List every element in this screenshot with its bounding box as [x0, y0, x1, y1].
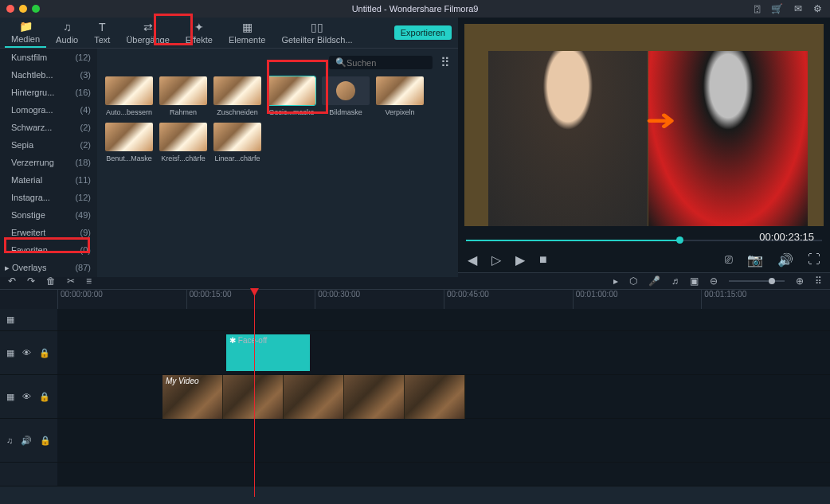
effect-thumb-image — [159, 76, 207, 105]
effect-thumb-label: Kreisf...chärfe — [159, 154, 207, 162]
annotation-arrow: ➜ — [645, 104, 676, 137]
playback-controls: ◀ ▷ ▶ ■ ⎚ 📷 🔊 ⛶ — [458, 247, 830, 272]
sidebar-item-kunstfilm[interactable]: Kunstfilm(12) — [0, 49, 97, 66]
grid-view-icon[interactable]: ⠿ — [440, 55, 450, 70]
mute-icon[interactable]: 🔊 — [21, 436, 32, 446]
sidebar-item-favoriten[interactable]: Favoriten(0) — [0, 241, 97, 259]
redo-button[interactable]: ↷ — [27, 275, 35, 287]
effect-thumb-image — [268, 76, 315, 105]
window-title: Untitled - Wondershare Filmora9 — [352, 4, 479, 14]
effect-thumb-6[interactable]: Benut...Maske — [105, 123, 153, 162]
render-button[interactable]: ▸ — [613, 275, 618, 287]
zoom-in-icon[interactable]: ⊕ — [796, 275, 804, 287]
mic-icon[interactable]: 🎤 — [648, 275, 660, 287]
sidebar-item-nachtleben[interactable]: Nachtleb...(3) — [0, 66, 97, 84]
timecode: 00:00:23:15 — [759, 231, 814, 243]
effect-thumb-4[interactable]: Bildmaske — [322, 76, 370, 116]
sidebar-item-material[interactable]: Material(11) — [0, 171, 97, 189]
scrubber[interactable]: 00:00:23:15 — [466, 232, 822, 247]
tab-split[interactable]: ▯▯Geteilter Bildsch... — [275, 18, 358, 47]
lock-icon[interactable]: 🔒 — [39, 392, 50, 402]
volume-icon[interactable]: 🔊 — [777, 252, 793, 268]
undo-button[interactable]: ↶ — [8, 275, 16, 287]
maximize-btn[interactable] — [32, 5, 40, 13]
clip-video[interactable] — [162, 375, 465, 419]
tab-effekte[interactable]: ✦Effekte — [179, 18, 219, 47]
sidebar-item-erweitert[interactable]: Erweitert(9) — [0, 224, 97, 241]
stop-button[interactable]: ■ — [539, 252, 547, 267]
effect-thumb-5[interactable]: Verpixeln — [376, 76, 424, 116]
track-video[interactable]: ▦👁🔒 My Video — [0, 375, 830, 419]
sidebar-item-instagram[interactable]: Instagra...(12) — [0, 189, 97, 206]
preview-subject-2-blurred — [648, 51, 808, 226]
effect-thumb-1[interactable]: Rahmen — [159, 76, 207, 116]
effect-thumb-0[interactable]: Auto...bessern — [105, 76, 153, 116]
track-effects[interactable]: ▦👁🔒 ✱ Face-off — [0, 331, 830, 375]
video-preview[interactable]: ➜ — [464, 24, 824, 226]
timeline: 00:00:00:00 00:00:15:00 00:00:30:00 00:0… — [0, 290, 830, 486]
tab-audio[interactable]: ♫Audio — [49, 18, 84, 47]
delete-button[interactable]: 🗑 — [46, 275, 56, 287]
search-input-wrap[interactable]: 🔍 — [329, 56, 433, 69]
effects-grid-panel: 🔍 ⠿ Auto...bessernRahmenZuschneidenGesic… — [97, 49, 458, 277]
user-icon[interactable]: ⍰ — [754, 3, 760, 14]
effect-thumb-label: Auto...bessern — [105, 108, 153, 116]
adjust-button[interactable]: ≡ — [86, 275, 92, 287]
track-fx-icon[interactable]: ▦ — [6, 348, 14, 358]
effect-thumb-label: Benut...Maske — [105, 154, 153, 162]
snapshot-icon[interactable]: 📷 — [747, 252, 763, 268]
fullscreen-icon[interactable]: ⛶ — [808, 252, 820, 267]
tab-medien[interactable]: 📁Medien — [5, 18, 46, 48]
zoom-slider[interactable] — [729, 280, 785, 282]
export-button[interactable]: Exportieren — [394, 25, 452, 40]
effect-thumb-label: Verpixeln — [376, 108, 424, 116]
cart-icon[interactable]: 🛒 — [771, 3, 783, 14]
sidebar-item-sepia[interactable]: Sepia(2) — [0, 136, 97, 154]
effect-thumb-3[interactable]: Gesic...maske — [268, 76, 315, 116]
settings-icon[interactable]: ⚙ — [813, 3, 822, 14]
track-vid-icon[interactable]: ▦ — [6, 392, 14, 402]
music-icon[interactable]: ♬ — [671, 275, 679, 287]
time-ruler[interactable]: 00:00:00:00 00:00:15:00 00:00:30:00 00:0… — [0, 290, 830, 309]
timeline-settings-icon[interactable]: ⠿ — [815, 275, 822, 287]
eye-icon[interactable]: 👁 — [22, 392, 31, 401]
search-input[interactable] — [346, 58, 426, 68]
sidebar-item-lomographie[interactable]: Lomogra...(4) — [0, 101, 97, 119]
sidebar-item-verzerrung[interactable]: Verzerrung(18) — [0, 154, 97, 171]
crop-icon[interactable]: ▣ — [690, 275, 699, 287]
category-sidebar: Kunstfilm(12) Nachtleb...(3) Hintergru..… — [0, 49, 97, 277]
track-audio[interactable]: ♫🔊🔒 — [0, 419, 830, 463]
marker-icon[interactable]: ⬡ — [629, 275, 637, 287]
effect-thumb-label: Linear...chärfe — [213, 154, 261, 162]
effect-thumb-7[interactable]: Kreisf...chärfe — [159, 123, 207, 162]
sidebar-item-schwarz[interactable]: Schwarz...(2) — [0, 119, 97, 136]
playhead[interactable] — [254, 290, 255, 497]
zoom-out-icon[interactable]: ⊖ — [710, 275, 718, 287]
eye-icon[interactable]: 👁 — [22, 348, 31, 357]
prev-frame-button[interactable]: ◀ — [468, 252, 477, 268]
cut-button[interactable]: ✂ — [67, 275, 75, 287]
lock-icon[interactable]: 🔒 — [39, 348, 50, 358]
effect-thumb-image — [159, 123, 207, 151]
output-icon[interactable]: ⎚ — [725, 252, 733, 267]
minimize-btn[interactable] — [19, 5, 27, 13]
tab-elemente[interactable]: ▦Elemente — [222, 18, 272, 47]
effect-thumb-2[interactable]: Zuschneiden — [213, 76, 261, 116]
lock-icon[interactable]: 🔒 — [40, 436, 51, 446]
tab-text[interactable]: TText — [88, 18, 116, 47]
tab-uebergaenge[interactable]: ⇄Übergänge — [119, 18, 175, 47]
sidebar-item-sonstige[interactable]: Sonstige(49) — [0, 206, 97, 224]
effect-thumb-label: Rahmen — [159, 108, 207, 116]
mail-icon[interactable]: ✉ — [794, 3, 802, 14]
close-btn[interactable] — [6, 5, 14, 13]
sidebar-item-hintergrund[interactable]: Hintergru...(16) — [0, 84, 97, 101]
track-empty[interactable] — [0, 463, 830, 486]
manage-tracks-icon[interactable]: ▦ — [6, 315, 14, 325]
sidebar-section-overlays[interactable]: ▸ Overlays(87) — [0, 259, 97, 277]
effect-thumb-8[interactable]: Linear...chärfe — [213, 123, 261, 162]
track-audio-icon[interactable]: ♫ — [6, 436, 13, 445]
next-frame-button[interactable]: ▶ — [515, 252, 525, 268]
effect-thumb-label: Gesic...maske — [268, 108, 315, 116]
clip-face-off[interactable]: ✱ Face-off — [226, 334, 310, 371]
play-button[interactable]: ▷ — [491, 252, 501, 268]
